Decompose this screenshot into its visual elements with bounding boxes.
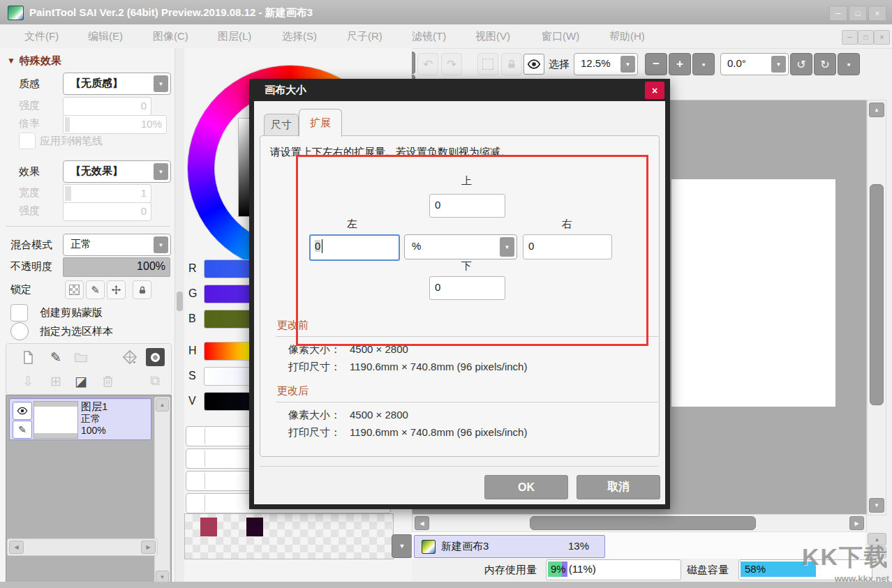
angle-combobox[interactable]: 0.0° ▼ bbox=[720, 53, 789, 75]
rotate-cw-button[interactable]: ↻ bbox=[814, 53, 836, 75]
child-close-button[interactable]: × bbox=[874, 30, 890, 45]
menu-window[interactable]: 窗口(W) bbox=[542, 24, 579, 48]
cancel-button[interactable]: 取消 bbox=[577, 475, 660, 499]
delete-layer-button[interactable] bbox=[97, 372, 118, 390]
right-input[interactable]: 0 bbox=[523, 234, 612, 259]
splitter-grip[interactable] bbox=[177, 292, 183, 311]
opacity-slider[interactable]: 100% bbox=[63, 257, 170, 277]
undo-button[interactable]: ↶ bbox=[417, 53, 438, 75]
lock-paint-button[interactable]: ✎ bbox=[86, 280, 105, 299]
chevron-down-icon[interactable]: ▼ bbox=[154, 75, 168, 92]
tab-expand[interactable]: 扩展 bbox=[299, 109, 342, 137]
collapse-triangle-icon[interactable]: ▼ bbox=[7, 56, 15, 66]
layer-list-vscrollbar[interactable]: ▲ ▼ bbox=[154, 397, 170, 585]
layer-visibility-button[interactable] bbox=[13, 402, 32, 420]
zoom-out-button[interactable]: − bbox=[645, 53, 667, 75]
layer-row[interactable]: ✎ 图层1 正常 100% bbox=[9, 398, 151, 440]
dialog-close-button[interactable]: × bbox=[645, 82, 664, 99]
ok-button[interactable]: OK bbox=[484, 475, 568, 499]
new-folder-button[interactable] bbox=[70, 347, 91, 367]
unit-dropdown[interactable]: % ▼ bbox=[404, 234, 517, 259]
duplicate-layer-button[interactable]: ⧉ bbox=[144, 372, 165, 390]
new-layer-button[interactable] bbox=[17, 347, 38, 367]
layer-paint-button[interactable]: ✎ bbox=[13, 421, 32, 439]
document-tab[interactable]: 新建画布3 13% bbox=[414, 535, 605, 558]
strength2-input[interactable]: 0 bbox=[63, 202, 151, 221]
menu-select[interactable]: 选择(S) bbox=[282, 24, 317, 48]
menu-edit[interactable]: 编辑(E) bbox=[88, 24, 123, 48]
canvas-vscrollbar[interactable]: ▲ ▼ bbox=[867, 100, 886, 515]
scroll-right-button[interactable]: ▶ bbox=[849, 516, 864, 530]
palette-scroll-down-button[interactable]: ▼ bbox=[392, 534, 412, 558]
selection-sample-radio[interactable] bbox=[10, 322, 29, 340]
clipping-mask-checkbox[interactable] bbox=[10, 304, 28, 322]
menu-filter[interactable]: 滤镜(T) bbox=[412, 24, 446, 48]
close-button[interactable]: × bbox=[868, 6, 886, 21]
child-minimize-button[interactable]: ─ bbox=[842, 30, 858, 45]
slider-s-label: S bbox=[188, 370, 196, 382]
swatch[interactable] bbox=[246, 518, 263, 536]
effect-dropdown[interactable]: 【无效果】 ▼ bbox=[63, 160, 171, 183]
menu-image[interactable]: 图像(C) bbox=[153, 24, 188, 48]
strength-input[interactable]: 0 bbox=[63, 97, 151, 116]
paste-new-button[interactable]: ⊞ bbox=[45, 372, 66, 390]
menu-ruler[interactable]: 尺子(R) bbox=[347, 24, 382, 48]
child-restore-button[interactable]: □ bbox=[858, 30, 874, 45]
chevron-down-icon[interactable]: ▼ bbox=[154, 236, 168, 253]
bottom-input[interactable]: 0 bbox=[429, 276, 505, 300]
menu-file[interactable]: 文件(F) bbox=[24, 24, 59, 48]
transform-button[interactable] bbox=[118, 347, 142, 367]
chevron-down-icon[interactable]: ▼ bbox=[500, 237, 514, 257]
pencil-icon: ✎ bbox=[50, 349, 61, 365]
zoom-combobox[interactable]: 12.5% ▼ bbox=[574, 53, 638, 75]
layer-list-hscrollbar[interactable]: ◀ ▶ bbox=[7, 538, 158, 556]
top-input[interactable]: 0 bbox=[429, 194, 505, 218]
new-linework-layer-button[interactable]: ✎ bbox=[45, 347, 66, 367]
deselect-button[interactable] bbox=[477, 53, 498, 75]
watermark: KK下载 www.kkx.net bbox=[780, 541, 889, 584]
blend-mode-dropdown[interactable]: 正常 ▼ bbox=[63, 234, 171, 256]
minimize-button[interactable]: ─ bbox=[829, 6, 847, 21]
lock-transparency-button[interactable] bbox=[65, 280, 84, 299]
scroll-right-button[interactable]: ▶ bbox=[141, 541, 156, 554]
chevron-down-icon[interactable]: ▼ bbox=[620, 56, 635, 73]
scroll-left-button[interactable]: ◀ bbox=[9, 541, 24, 554]
merge-down-button[interactable]: ⇩ bbox=[17, 372, 38, 390]
maximize-button[interactable]: □ bbox=[849, 6, 867, 21]
ratio-slider[interactable]: 10% bbox=[63, 115, 167, 134]
hscroll-thumb[interactable] bbox=[530, 516, 756, 530]
swatch-palette[interactable] bbox=[184, 513, 394, 559]
rotate-ccw-button[interactable]: ↺ bbox=[790, 53, 812, 75]
menu-help[interactable]: 帮助(H) bbox=[609, 24, 645, 48]
left-input[interactable]: 0 bbox=[309, 234, 400, 261]
selection-lock-button[interactable] bbox=[501, 53, 522, 75]
zoom-in-button[interactable]: + bbox=[669, 53, 691, 75]
canvas-page[interactable] bbox=[671, 179, 835, 407]
scroll-left-button[interactable]: ◀ bbox=[415, 516, 429, 530]
width-slider[interactable]: 1 bbox=[63, 184, 151, 203]
scroll-down-button[interactable]: ▼ bbox=[869, 498, 884, 513]
lock-move-button[interactable] bbox=[107, 280, 126, 299]
scroll-up-button[interactable]: ▲ bbox=[156, 398, 169, 412]
redo-button[interactable]: ↷ bbox=[441, 53, 462, 75]
canvas-hscrollbar[interactable]: ◀ ▶ bbox=[412, 514, 867, 532]
swatch[interactable] bbox=[200, 518, 217, 536]
clear-layer-button[interactable]: ◪ bbox=[70, 372, 91, 390]
apply-to-pen-checkbox[interactable] bbox=[19, 133, 36, 149]
lock-all-button[interactable] bbox=[133, 280, 151, 299]
texture-dropdown[interactable]: 【无质感】 ▼ bbox=[63, 73, 171, 95]
tab-size[interactable]: 尺寸 bbox=[264, 114, 299, 136]
merge-down-icon: ⇩ bbox=[22, 373, 34, 389]
rotate-reset-button[interactable]: ▪ bbox=[838, 53, 860, 75]
menu-view[interactable]: 视图(V) bbox=[475, 24, 510, 48]
selection-visibility-button[interactable] bbox=[523, 54, 544, 75]
vscroll-thumb[interactable] bbox=[870, 184, 884, 405]
scroll-up-button[interactable]: ▲ bbox=[869, 103, 884, 117]
chevron-down-icon[interactable]: ▼ bbox=[771, 56, 786, 73]
chevron-down-icon[interactable]: ▼ bbox=[154, 163, 168, 180]
mask-button[interactable] bbox=[146, 348, 165, 366]
zoom-reset-button[interactable]: ▪ bbox=[692, 53, 715, 75]
menu-layer[interactable]: 图层(L) bbox=[218, 24, 251, 48]
watermark-url: www.kkx.net bbox=[780, 573, 889, 584]
checkerboard-icon bbox=[69, 285, 80, 295]
